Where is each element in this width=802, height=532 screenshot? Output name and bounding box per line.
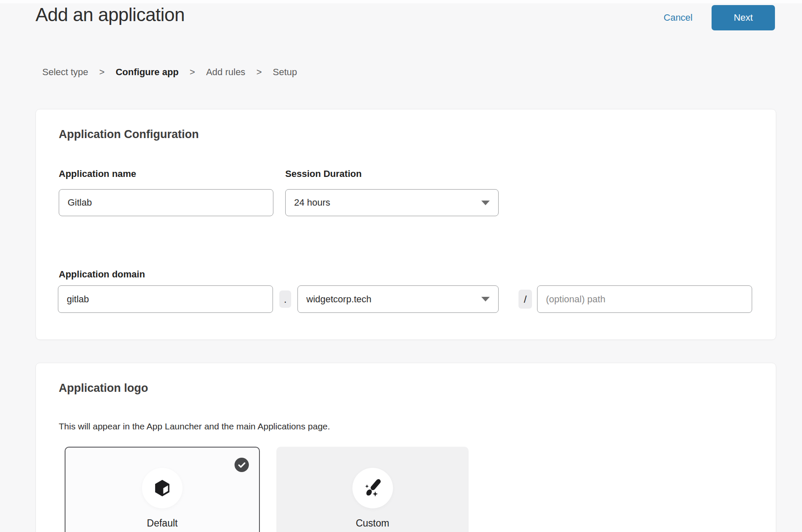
logo-option-default[interactable]: Default (65, 447, 260, 532)
breadcrumb-separator: > (99, 67, 105, 78)
page-title: Add an application (35, 4, 185, 25)
breadcrumb-separator: > (190, 67, 195, 78)
application-configuration-heading: Application Configuration (59, 128, 199, 141)
cube-icon (142, 468, 183, 508)
next-button[interactable]: Next (712, 5, 775, 30)
breadcrumb-step-add-rules[interactable]: Add rules (206, 67, 246, 78)
application-domain-label: Application domain (59, 269, 145, 280)
domain-select[interactable]: widgetcorp.tech (297, 285, 499, 313)
session-duration-label: Session Duration (285, 168, 362, 179)
subdomain-input[interactable] (58, 285, 273, 313)
breadcrumb-step-configure-app[interactable]: Configure app (116, 67, 179, 78)
domain-slash-separator: / (518, 290, 532, 309)
check-circle-icon (235, 458, 249, 472)
path-input[interactable] (537, 285, 752, 313)
cancel-button[interactable]: Cancel (664, 12, 693, 23)
breadcrumb: Select type > Configure app > Add rules … (42, 67, 297, 78)
breadcrumb-step-select-type[interactable]: Select type (42, 67, 88, 78)
domain-select-value: widgetcorp.tech (306, 294, 371, 305)
application-configuration-card: Application Configuration Application na… (35, 109, 776, 340)
paintbrush-icon (352, 468, 393, 508)
logo-option-default-label: Default (65, 518, 259, 529)
application-name-input[interactable] (59, 189, 273, 216)
session-duration-select[interactable]: 24 hours (285, 189, 499, 216)
application-logo-description: This will appear in the App Launcher and… (59, 421, 330, 432)
breadcrumb-step-setup[interactable]: Setup (273, 67, 297, 78)
header-actions: Cancel Next (664, 5, 775, 30)
application-logo-heading: Application logo (59, 382, 148, 395)
application-logo-card: Application logo This will appear in the… (35, 363, 776, 532)
domain-dot-separator: . (279, 290, 291, 308)
add-application-page: Add an application Cancel Next Select ty… (0, 0, 802, 532)
logo-option-custom-label: Custom (277, 518, 468, 529)
session-duration-value: 24 hours (294, 197, 330, 208)
caret-down-icon (481, 297, 490, 301)
caret-down-icon (481, 201, 490, 205)
logo-option-custom[interactable]: Custom (276, 447, 469, 532)
breadcrumb-separator: > (256, 67, 262, 78)
top-strip (0, 0, 802, 3)
application-name-label: Application name (59, 168, 136, 179)
